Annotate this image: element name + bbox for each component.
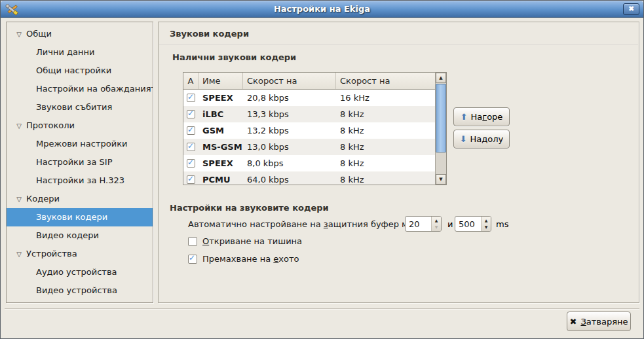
spin-up-icon[interactable]: ▲ bbox=[482, 217, 491, 224]
window-title: Настройки на Ekiga bbox=[1, 4, 643, 14]
sidebar-item-network-settings[interactable]: Мрежови настройки bbox=[7, 135, 153, 153]
sidebar-item-call-options[interactable]: Настройки на обажданията bbox=[7, 80, 153, 98]
jitter-buffer-label: Автоматично настройване на защитния буфе… bbox=[188, 219, 432, 229]
codec-enabled-checkbox[interactable]: ✓ bbox=[187, 126, 195, 135]
audio-codecs-panel: Звукови кодери Налични звукови кодери A … bbox=[158, 22, 639, 303]
check-icon: ✓ bbox=[189, 253, 195, 262]
sidebar-item-h323-settings[interactable]: Настройки за H.323 bbox=[7, 171, 153, 190]
sidebar-item-codecs[interactable]: ▽Кодери bbox=[7, 190, 153, 208]
spinner-arrows[interactable]: ▲ ▼ bbox=[481, 217, 491, 231]
jitter-conjunction: и bbox=[447, 219, 453, 229]
table-row[interactable]: ✓ iLBC 13,3 kbps 8 kHz bbox=[183, 106, 435, 122]
silence-detection-label: Откриване на тишина bbox=[202, 236, 302, 246]
codec-settings-title: Настройки на звуковите кодери bbox=[170, 203, 329, 213]
col-header-bitrate[interactable]: Скорост на връзката bbox=[243, 73, 336, 89]
window-close-button[interactable]: ✖ bbox=[623, 3, 639, 15]
sidebar-item-audio-devices[interactable]: Аудио устройства bbox=[7, 263, 153, 281]
echo-cancellation-checkbox[interactable]: ✓ bbox=[188, 255, 197, 264]
move-up-label: Нагоре bbox=[471, 112, 503, 122]
codec-enabled-checkbox[interactable]: ✓ bbox=[187, 159, 195, 168]
check-icon: ✓ bbox=[187, 175, 194, 183]
table-header: A Име Скорост на връзката Скорост на час… bbox=[183, 73, 435, 90]
check-icon: ✓ bbox=[187, 94, 194, 101]
settings-tree: ▽Общи Лични данни Общи настройки Настрой… bbox=[6, 22, 153, 303]
divider bbox=[159, 44, 638, 45]
spinner-arrows[interactable]: ▲ ▼ bbox=[431, 217, 441, 231]
codec-enabled-checkbox[interactable]: ✓ bbox=[187, 110, 195, 118]
table-body: ✓ SPEEX 20,8 kbps 16 kHz ✓ iLBC 13,3 kbp… bbox=[183, 90, 435, 185]
sidebar-item-devices[interactable]: ▽Устройства bbox=[7, 245, 153, 263]
check-icon: ✓ bbox=[187, 110, 194, 118]
x-mark-icon: ✖ bbox=[570, 317, 577, 327]
sidebar-item-sound-events[interactable]: Звукови събития bbox=[7, 98, 153, 116]
jitter-max-input[interactable] bbox=[459, 219, 480, 230]
table-scrollbar[interactable]: ▲ ▼ bbox=[435, 73, 446, 185]
silence-detection-option[interactable]: ✓ Откриване на тишина bbox=[188, 236, 302, 246]
col-header-clock[interactable]: Скорост на часовника bbox=[336, 73, 435, 89]
sidebar-item-video-codecs[interactable]: Видео кодери bbox=[7, 226, 153, 245]
scroll-up-icon[interactable]: ▲ bbox=[436, 73, 446, 83]
echo-cancellation-option[interactable]: ✓ Премахване на ехото bbox=[188, 254, 299, 264]
sidebar-item-video-devices[interactable]: Видео устройства bbox=[7, 281, 153, 300]
move-up-button[interactable]: ⬆ Нагоре bbox=[453, 107, 510, 126]
table-row[interactable]: ✓ MS-GSM 13,0 kbps 8 kHz bbox=[183, 139, 435, 155]
jitter-max-spinner[interactable]: ▲ ▼ bbox=[455, 216, 491, 232]
check-icon: ✓ bbox=[187, 126, 194, 134]
spin-up-icon[interactable]: ▲ bbox=[432, 217, 441, 224]
jitter-min-spinner[interactable]: ▲ ▼ bbox=[405, 216, 442, 232]
preferences-dialog: Настройки на Ekiga ✖ ▽Общи Лични данни О… bbox=[0, 0, 644, 339]
jitter-min-input[interactable] bbox=[409, 219, 430, 230]
table-row[interactable]: ✓ SPEEX 8,0 kbps 8 kHz bbox=[183, 155, 435, 171]
silence-detection-checkbox[interactable]: ✓ bbox=[188, 237, 197, 246]
sidebar-item-general[interactable]: ▽Общи bbox=[7, 25, 153, 43]
expander-icon[interactable]: ▽ bbox=[13, 26, 25, 44]
check-icon: ✓ bbox=[187, 143, 194, 151]
close-button-label: Затваряне bbox=[580, 317, 628, 327]
col-header-name[interactable]: Име bbox=[199, 73, 243, 89]
up-arrow-icon: ⬆ bbox=[461, 112, 468, 122]
codec-enabled-checkbox[interactable]: ✓ bbox=[187, 175, 195, 184]
available-codecs-title: Налични звукови кодери bbox=[172, 52, 296, 62]
col-header-active[interactable]: A bbox=[183, 73, 199, 89]
expander-icon[interactable]: ▽ bbox=[13, 245, 25, 264]
divider bbox=[5, 308, 639, 309]
expander-icon[interactable]: ▽ bbox=[13, 117, 25, 135]
close-button[interactable]: ✖ Затваряне bbox=[567, 312, 631, 331]
table-row[interactable]: ✓ SPEEX 20,8 kbps 16 kHz bbox=[183, 90, 435, 106]
codec-table: A Име Скорост на връзката Скорост на час… bbox=[183, 72, 447, 185]
codec-enabled-checkbox[interactable]: ✓ bbox=[187, 94, 195, 102]
scrollbar-thumb[interactable] bbox=[436, 84, 446, 152]
scroll-down-icon[interactable]: ▼ bbox=[436, 174, 446, 185]
jitter-unit-label: ms bbox=[496, 219, 508, 229]
move-down-label: Надолу bbox=[470, 134, 504, 144]
sidebar-item-general-settings[interactable]: Общи настройки bbox=[7, 62, 153, 80]
codec-enabled-checkbox[interactable]: ✓ bbox=[187, 143, 195, 151]
spin-down-icon[interactable]: ▼ bbox=[432, 224, 441, 231]
table-row[interactable]: ✓ GSM 13,2 kbps 8 kHz bbox=[183, 122, 435, 139]
close-icon: ✖ bbox=[628, 5, 634, 13]
check-icon: ✓ bbox=[187, 159, 194, 167]
expander-icon[interactable]: ▽ bbox=[13, 190, 25, 209]
sidebar-item-protocols[interactable]: ▽Протоколи bbox=[7, 116, 153, 135]
move-down-button[interactable]: ⬇ Надолу bbox=[453, 130, 510, 149]
sidebar-item-sip-settings[interactable]: Настройки за SIP bbox=[7, 153, 153, 171]
echo-cancellation-label: Премахване на ехото bbox=[202, 254, 299, 264]
down-arrow-icon: ⬇ bbox=[460, 134, 467, 144]
sidebar-item-audio-codecs[interactable]: Звукови кодери bbox=[7, 208, 153, 226]
page-title: Звукови кодери bbox=[170, 29, 249, 39]
titlebar[interactable]: Настройки на Ekiga ✖ bbox=[1, 1, 643, 18]
table-row[interactable]: ✓ PCMU 64,0 kbps 8 kHz bbox=[183, 171, 435, 185]
sidebar-item-personal-data[interactable]: Лични данни bbox=[7, 43, 153, 62]
spin-down-icon[interactable]: ▼ bbox=[482, 224, 491, 231]
